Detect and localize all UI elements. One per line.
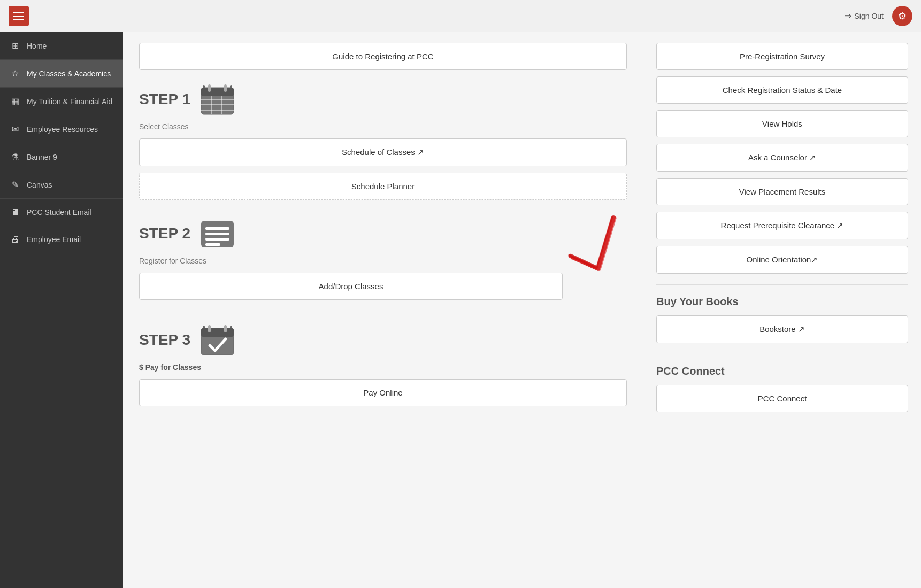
svg-rect-13 — [205, 233, 229, 235]
step3-header: STEP 3 — [139, 321, 627, 359]
list-icon — [199, 215, 236, 252]
guide-button[interactable]: Guide to Registering at PCC — [139, 43, 627, 70]
svg-rect-3 — [201, 88, 234, 96]
pcc-connect-label: PCC Connect — [758, 394, 807, 403]
step2-container: STEP 2 — [139, 215, 627, 306]
sidebar-item-canvas[interactable]: ✎ Canvas — [0, 171, 123, 199]
sidebar-label-employee-email: Employee Email — [27, 235, 81, 244]
sidebar-item-employee-resources[interactable]: ✉ Employee Resources — [0, 115, 123, 143]
edit-icon: ✎ — [10, 180, 20, 190]
schedule-planner-label: Schedule Planner — [351, 182, 415, 191]
star-icon: ☆ — [10, 68, 20, 79]
hamburger-button[interactable] — [9, 6, 29, 26]
step2-row: STEP 2 — [139, 215, 627, 306]
sidebar: ⊞ Home ☆ My Classes & Academics ▦ My Tui… — [0, 32, 123, 588]
pre-reg-survey-label: Pre-Registration Survey — [740, 52, 825, 61]
buy-books-title: Buy Your Books — [656, 296, 908, 308]
printer-icon: 🖨 — [10, 235, 20, 244]
divider-2 — [656, 354, 908, 354]
sidebar-item-tuition[interactable]: ▦ My Tuition & Financial Aid — [0, 88, 123, 115]
view-placement-label: View Placement Results — [739, 187, 825, 196]
svg-rect-19 — [201, 328, 234, 337]
step1-label: STEP 1 — [139, 91, 190, 108]
sidebar-item-banner9[interactable]: ⚗ Banner 9 — [0, 143, 123, 171]
monitor-icon: 🖥 — [10, 207, 20, 217]
svg-rect-12 — [205, 227, 229, 230]
view-placement-button[interactable]: View Placement Results — [656, 178, 908, 205]
step1-description: Select Classes — [139, 122, 627, 131]
gear-icon: ⚙ — [898, 10, 907, 22]
sidebar-label-canvas: Canvas — [27, 181, 52, 189]
step2-label: STEP 2 — [139, 225, 190, 242]
pay-online-button[interactable]: Pay Online — [139, 379, 627, 406]
pcc-connect-button[interactable]: PCC Connect — [656, 385, 908, 412]
sidebar-label-pcc-email: PCC Student Email — [27, 208, 91, 216]
right-panel: Pre-Registration Survey Check Registrati… — [643, 32, 921, 588]
hamburger-line1 — [13, 12, 24, 13]
hamburger-line3 — [13, 19, 24, 20]
svg-rect-21 — [224, 325, 227, 332]
req-prereq-button[interactable]: Request Prerequisite Clearance ↗ — [656, 212, 908, 239]
header-left — [9, 6, 29, 26]
check-reg-status-label: Check Registration Status & Date — [723, 86, 842, 95]
pre-reg-survey-button[interactable]: Pre-Registration Survey — [656, 43, 908, 70]
sidebar-label-home: Home — [27, 42, 47, 50]
step3-label: STEP 3 — [139, 331, 190, 349]
ask-counselor-label: Ask a Counselor ↗ — [748, 153, 816, 162]
sidebar-item-home[interactable]: ⊞ Home — [0, 32, 123, 60]
online-orientation-label: Online Orientation↗ — [747, 255, 818, 264]
sign-out-icon: ⇒ — [845, 11, 851, 21]
red-checkmark-decoration — [563, 210, 627, 281]
view-holds-button[interactable]: View Holds — [656, 110, 908, 137]
sign-out-label: Sign Out — [855, 12, 884, 20]
view-holds-label: View Holds — [762, 119, 802, 128]
pcc-connect-title: PCC Connect — [656, 365, 908, 377]
req-prereq-label: Request Prerequisite Clearance ↗ — [721, 221, 844, 230]
sidebar-item-pcc-email[interactable]: 🖥 PCC Student Email — [0, 199, 123, 226]
check-reg-status-button[interactable]: Check Registration Status & Date — [656, 76, 908, 104]
main-content: Guide to Registering at PCC STEP 1 — [123, 32, 921, 588]
checkmark-calendar-icon — [199, 321, 236, 359]
step1-container: STEP 1 — [139, 81, 627, 200]
step2-header: STEP 2 — [139, 215, 563, 252]
sign-out-button[interactable]: ⇒ Sign Out — [845, 11, 884, 21]
pay-online-label: Pay Online — [363, 388, 402, 397]
ask-counselor-button[interactable]: Ask a Counselor ↗ — [656, 144, 908, 172]
bookstore-label: Bookstore ↗ — [759, 324, 805, 334]
hamburger-line2 — [13, 16, 24, 17]
svg-rect-15 — [205, 243, 220, 246]
schedule-classes-button[interactable]: Schedule of Classes ↗ — [139, 138, 627, 166]
bookstore-button[interactable]: Bookstore ↗ — [656, 315, 908, 343]
sidebar-label-banner9: Banner 9 — [27, 153, 57, 161]
layout: ⊞ Home ☆ My Classes & Academics ▦ My Tui… — [0, 32, 921, 588]
mail-icon: ✉ — [10, 124, 20, 134]
svg-rect-20 — [208, 325, 211, 332]
header: ⇒ Sign Out ⚙ — [0, 0, 921, 32]
online-orientation-button[interactable]: Online Orientation↗ — [656, 246, 908, 274]
sidebar-label-my-classes: My Classes & Academics — [27, 69, 111, 78]
svg-rect-5 — [224, 84, 227, 92]
sidebar-label-employee-resources: Employee Resources — [27, 125, 98, 134]
svg-rect-14 — [205, 238, 229, 241]
sidebar-item-employee-email[interactable]: 🖨 Employee Email — [0, 226, 123, 253]
step2-description: Register for Classes — [139, 257, 563, 265]
home-icon: ⊞ — [10, 41, 20, 51]
schedule-planner-button[interactable]: Schedule Planner — [139, 173, 627, 200]
schedule-classes-label: Schedule of Classes ↗ — [342, 148, 424, 157]
step3-container: STEP 3 $ Pay fo — [139, 321, 627, 406]
gear-button[interactable]: ⚙ — [892, 6, 912, 26]
add-drop-button[interactable]: Add/Drop Classes — [139, 273, 563, 300]
add-drop-label: Add/Drop Classes — [319, 282, 383, 291]
chart-icon: ▦ — [10, 96, 20, 106]
sidebar-label-tuition: My Tuition & Financial Aid — [27, 97, 112, 106]
step3-description: $ Pay for Classes — [139, 363, 627, 372]
left-panel: Guide to Registering at PCC STEP 1 — [123, 32, 643, 588]
flask-icon: ⚗ — [10, 152, 20, 162]
guide-button-label: Guide to Registering at PCC — [332, 52, 433, 61]
svg-rect-4 — [208, 84, 211, 92]
divider-1 — [656, 284, 908, 285]
header-right: ⇒ Sign Out ⚙ — [845, 6, 912, 26]
sidebar-item-my-classes[interactable]: ☆ My Classes & Academics — [0, 60, 123, 88]
calendar-icon — [199, 81, 236, 118]
step1-header: STEP 1 — [139, 81, 627, 118]
